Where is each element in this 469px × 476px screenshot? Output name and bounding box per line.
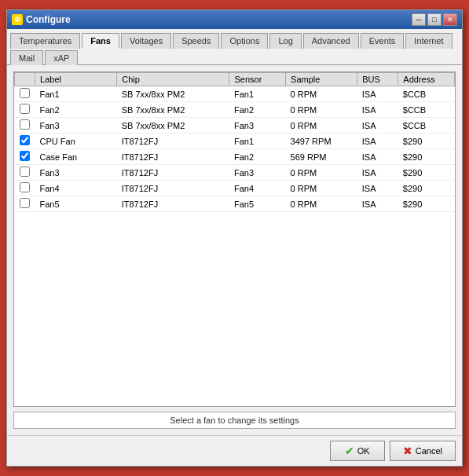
table-row[interactable]: Fan4IT8712FJFan40 RPMISA$290 [15, 181, 455, 196]
row-sensor: Fan3 [229, 165, 286, 181]
row-label: Fan3 [35, 165, 117, 181]
title-buttons: ─ □ ✕ [412, 13, 457, 26]
row-sensor: Fan1 [229, 134, 286, 149]
fans-table-container: Label Chip Sensor Sample BUS Address Fan… [13, 71, 456, 407]
row-bus: ISA [357, 118, 398, 134]
row-label: Fan1 [35, 86, 117, 102]
tab-bar: TemperaturesFansVoltagesSpeedsOptionsLog… [7, 29, 462, 65]
table-body: Fan1SB 7xx/8xx PM2Fan10 RPMISA$CCBFan2SB… [15, 86, 455, 212]
row-sample: 3497 RPM [286, 134, 357, 149]
row-label: Fan5 [35, 196, 117, 212]
row-chip: IT8712FJ [117, 149, 229, 165]
status-bar: Select a fan to change its settings [13, 412, 456, 429]
row-address: $290 [398, 181, 455, 196]
title-bar: ⚙ Configure ─ □ ✕ [7, 10, 462, 29]
row-sample: 0 RPM [286, 165, 357, 181]
content-area: Label Chip Sensor Sample BUS Address Fan… [7, 65, 462, 435]
row-checkbox[interactable] [20, 135, 30, 145]
row-chip: IT8712FJ [117, 196, 229, 212]
table-row[interactable]: Fan3SB 7xx/8xx PM2Fan30 RPMISA$CCB [15, 118, 455, 134]
row-checkbox[interactable] [20, 119, 30, 130]
ok-icon: ✔ [345, 445, 354, 457]
row-label: Fan4 [35, 181, 117, 196]
ok-label: OK [357, 446, 370, 456]
row-bus: ISA [357, 134, 398, 149]
row-check-cell [15, 102, 35, 118]
row-chip: SB 7xx/8xx PM2 [117, 102, 229, 118]
tab-mail[interactable]: Mail [10, 50, 43, 65]
row-bus: ISA [357, 102, 398, 118]
tab-voltages[interactable]: Voltages [121, 33, 171, 49]
window-title: Configure [26, 14, 71, 25]
row-sample: 0 RPM [286, 102, 357, 118]
row-sensor: Fan2 [229, 102, 286, 118]
ok-button[interactable]: ✔ OK [330, 441, 385, 461]
table-row[interactable]: Fan1SB 7xx/8xx PM2Fan10 RPMISA$CCB [15, 86, 455, 102]
row-bus: ISA [357, 196, 398, 212]
row-sensor: Fan3 [229, 118, 286, 134]
row-sample: 0 RPM [286, 118, 357, 134]
row-label: Fan2 [35, 102, 117, 118]
row-sample: 0 RPM [286, 181, 357, 196]
row-label: CPU Fan [35, 134, 117, 149]
tab-fans[interactable]: Fans [82, 33, 119, 49]
button-bar: ✔ OK ✖ Cancel [7, 435, 462, 466]
row-checkbox[interactable] [20, 151, 30, 161]
tab-speeds[interactable]: Speeds [173, 33, 219, 49]
row-label: Case Fan [35, 149, 117, 165]
col-header-chip: Chip [117, 73, 229, 86]
tab-temperatures[interactable]: Temperatures [10, 33, 80, 49]
row-checkbox[interactable] [20, 182, 30, 192]
col-header-sensor: Sensor [229, 73, 286, 86]
row-label: Fan3 [35, 118, 117, 134]
title-bar-left: ⚙ Configure [12, 14, 71, 25]
row-sensor: Fan4 [229, 181, 286, 196]
row-check-cell [15, 118, 35, 134]
maximize-button[interactable]: □ [427, 13, 442, 26]
tab-events[interactable]: Events [361, 33, 405, 49]
row-check-cell [15, 181, 35, 196]
table-row[interactable]: Case FanIT8712FJFan2569 RPMISA$290 [15, 149, 455, 165]
table-row[interactable]: Fan5IT8712FJFan50 RPMISA$290 [15, 196, 455, 212]
row-checkbox[interactable] [20, 198, 30, 208]
row-sensor: Fan2 [229, 149, 286, 165]
minimize-button[interactable]: ─ [412, 13, 426, 26]
row-bus: ISA [357, 181, 398, 196]
row-chip: IT8712FJ [117, 165, 229, 181]
col-header-label: Label [35, 73, 117, 86]
cancel-label: Cancel [416, 446, 442, 456]
row-address: $290 [398, 165, 455, 181]
close-button[interactable]: ✕ [443, 13, 457, 26]
tab-advanced[interactable]: Advanced [303, 33, 359, 49]
row-bus: ISA [357, 149, 398, 165]
table-row[interactable]: CPU FanIT8712FJFan13497 RPMISA$290 [15, 134, 455, 149]
tab-log[interactable]: Log [269, 33, 301, 49]
row-address: $290 [398, 196, 455, 212]
row-address: $290 [398, 149, 455, 165]
row-chip: IT8712FJ [117, 134, 229, 149]
row-address: $CCB [398, 86, 455, 102]
row-sample: 569 RPM [286, 149, 357, 165]
tab-internet[interactable]: Internet [405, 33, 452, 49]
row-address: $CCB [398, 118, 455, 134]
app-icon: ⚙ [12, 14, 23, 25]
row-chip: SB 7xx/8xx PM2 [117, 118, 229, 134]
col-header-sample: Sample [286, 73, 357, 86]
status-text: Select a fan to change its settings [170, 416, 299, 425]
table-row[interactable]: Fan3IT8712FJFan30 RPMISA$290 [15, 165, 455, 181]
col-header-check [15, 73, 35, 86]
cancel-button[interactable]: ✖ Cancel [390, 441, 456, 461]
row-checkbox[interactable] [20, 167, 30, 177]
row-bus: ISA [357, 86, 398, 102]
tab-xap[interactable]: xAP [45, 50, 78, 65]
row-checkbox[interactable] [20, 104, 30, 114]
row-check-cell [15, 86, 35, 102]
tab-options[interactable]: Options [221, 33, 268, 49]
row-checkbox[interactable] [20, 88, 30, 98]
row-check-cell [15, 165, 35, 181]
row-check-cell [15, 134, 35, 149]
row-sample: 0 RPM [286, 86, 357, 102]
row-bus: ISA [357, 165, 398, 181]
table-row[interactable]: Fan2SB 7xx/8xx PM2Fan20 RPMISA$CCB [15, 102, 455, 118]
cancel-icon: ✖ [403, 445, 412, 457]
